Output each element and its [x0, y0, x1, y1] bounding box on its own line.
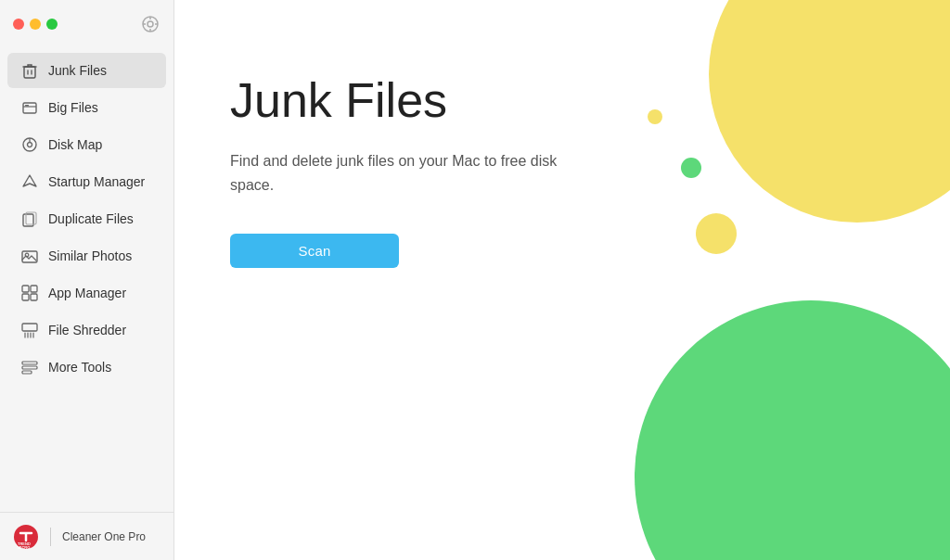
nav-menu: Junk Files Big Files Disk	[0, 48, 173, 512]
page-title: Junk Files	[230, 74, 583, 127]
sidebar-item-more-tools[interactable]: More Tools	[7, 350, 166, 385]
svg-rect-28	[22, 366, 37, 369]
junk-files-icon	[20, 61, 39, 80]
trend-micro-logo: TREND MICRO	[13, 524, 39, 550]
svg-rect-19	[31, 286, 37, 292]
green-large-circle	[635, 300, 950, 560]
svg-rect-9	[23, 103, 36, 113]
svg-rect-22	[22, 324, 37, 331]
svg-rect-29	[22, 371, 32, 374]
more-tools-icon	[20, 358, 39, 376]
footer-divider	[50, 528, 51, 546]
sidebar-footer: TREND MICRO Cleaner One Pro	[0, 512, 173, 560]
big-files-icon	[20, 98, 39, 117]
minimize-button[interactable]	[30, 19, 41, 30]
app-name-label: Cleaner One Pro	[62, 530, 146, 543]
sidebar-item-label: Startup Manager	[48, 174, 145, 189]
sidebar-item-label: File Shredder	[48, 323, 126, 337]
sidebar-item-label: Disk Map	[48, 137, 102, 152]
svg-rect-18	[22, 286, 29, 292]
sidebar-item-file-shredder[interactable]: File Shredder	[7, 312, 166, 348]
green-small-circle	[681, 158, 701, 178]
svg-rect-21	[31, 294, 37, 300]
sidebar-item-label: Junk Files	[48, 63, 107, 78]
file-shredder-icon	[20, 321, 39, 339]
svg-rect-27	[22, 362, 37, 364]
close-button[interactable]	[13, 19, 24, 30]
sidebar-item-junk-files[interactable]: Junk Files	[7, 53, 166, 88]
sidebar-item-big-files[interactable]: Big Files	[7, 90, 166, 125]
startup-icon	[20, 172, 39, 191]
duplicate-icon	[20, 210, 39, 228]
settings-icon[interactable]	[140, 14, 160, 34]
sidebar-item-similar-photos[interactable]: Similar Photos	[7, 238, 166, 274]
svg-rect-20	[22, 294, 29, 300]
svg-point-12	[28, 143, 32, 147]
page-description: Find and delete junk files on your Mac t…	[230, 149, 583, 197]
svg-point-1	[148, 21, 153, 27]
sidebar-item-label: Similar Photos	[48, 248, 132, 263]
titlebar	[0, 0, 173, 48]
sidebar-item-startup-manager[interactable]: Startup Manager	[7, 164, 166, 199]
svg-rect-10	[25, 105, 29, 107]
svg-text:MICRO: MICRO	[18, 545, 30, 550]
svg-rect-6	[24, 67, 35, 78]
sidebar-item-duplicate-files[interactable]: Duplicate Files	[7, 201, 166, 236]
decorative-background	[560, 0, 950, 560]
sidebar-item-label: More Tools	[48, 360, 111, 375]
yellow-small-circle	[648, 109, 662, 124]
sidebar-item-label: App Manager	[48, 286, 126, 300]
yellow-medium-circle	[696, 213, 737, 254]
sidebar-item-label: Big Files	[48, 100, 98, 115]
sidebar-item-label: Duplicate Files	[48, 211, 134, 226]
scan-button[interactable]: Scan	[230, 234, 399, 268]
sidebar: Junk Files Big Files Disk	[0, 0, 174, 560]
sidebar-item-app-manager[interactable]: App Manager	[7, 275, 166, 311]
content-area: Junk Files Find and delete junk files on…	[230, 74, 583, 268]
app-manager-icon	[20, 284, 39, 302]
maximize-button[interactable]	[46, 19, 58, 30]
yellow-large-circle	[709, 0, 950, 223]
similar-photos-icon	[20, 247, 39, 265]
sidebar-item-disk-map[interactable]: Disk Map	[7, 127, 166, 162]
traffic-lights	[13, 19, 58, 30]
main-content: Junk Files Find and delete junk files on…	[174, 0, 950, 560]
disk-map-icon	[20, 135, 39, 154]
